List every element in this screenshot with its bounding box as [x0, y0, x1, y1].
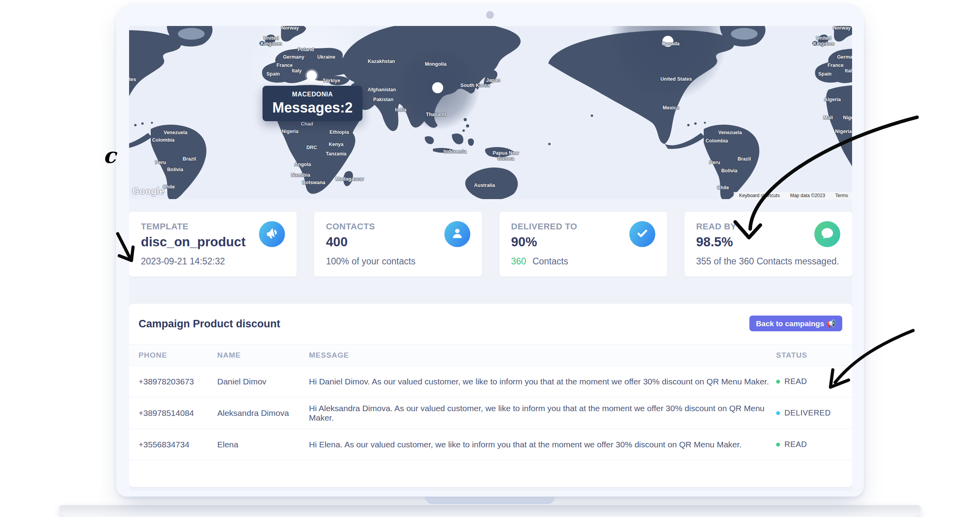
map-country-label: Peru [709, 160, 720, 166]
map-country-label: Norway [833, 26, 851, 31]
dashboard-screen: NorwayUnited KingdomPolandGermanyUkraine… [129, 26, 852, 491]
column-header-message: MESSAGE [309, 351, 776, 360]
campaign-panel: Campaign Product discount Back to campai… [129, 304, 852, 487]
cell-phone: +38978203673 [139, 377, 217, 386]
map-country-label: tes [129, 77, 136, 83]
map-country-label: Canada [662, 41, 679, 47]
cell-message: Hi Aleksandra Dimova. As our valued cust… [309, 404, 776, 423]
map-labels: NorwayUnited KingdomPolandGermanyUkraine… [129, 26, 852, 199]
status-label: DELIVERED [784, 408, 831, 417]
column-header-status: STATUS [776, 351, 852, 360]
laptop-notch [425, 497, 555, 504]
map-country-label: Niger [843, 115, 852, 121]
cell-message: Hi Daniel Dimov. As our valued customer,… [309, 377, 776, 386]
map-country-label: Colombia [706, 138, 728, 144]
map-country-label: Botswana [302, 180, 325, 186]
tooltip-messages: Messages:2 [263, 100, 362, 116]
stat-subtext: 2023-09-21 14:52:32 [141, 256, 285, 267]
check-icon [635, 226, 649, 242]
map-country-label: Bolivia [721, 168, 738, 174]
map-country-label: Kazakhstan [368, 59, 395, 65]
map-country-label: Mali [823, 115, 833, 121]
stat-cards-row: TEMPLATE disc_on_product 2023-09-21 14:5… [129, 212, 852, 277]
stat-card-delivered: DELIVERED TO 90% 360Contacts [499, 212, 667, 277]
cell-status: READ [776, 377, 852, 386]
map-country-label: Germany [283, 55, 304, 60]
map-country-label: Italy [845, 68, 852, 74]
campaign-title: Campaign Product discount [139, 318, 280, 330]
stat-card-read: READ BY 98.5% 355 of the 360 Contacts me… [684, 212, 852, 277]
column-header-phone: PHONE [139, 351, 217, 360]
map-country-label: Thailand [426, 112, 446, 118]
map-country-label: Nigeria [835, 129, 852, 135]
map-country-label: United States [660, 77, 692, 82]
terms-link[interactable]: Terms [835, 193, 848, 198]
map-country-label: Papua New Guinea [488, 151, 524, 162]
map-country-label: France [277, 63, 293, 68]
laptop-base [59, 505, 921, 517]
back-to-campaigns-button[interactable]: Back to campaings 📢 [749, 316, 842, 331]
cell-status: DELIVERED [776, 408, 852, 417]
world-map[interactable]: NorwayUnited KingdomPolandGermanyUkraine… [129, 26, 852, 199]
map-country-label: Ethiopia [329, 130, 349, 135]
map-country-label: Venezuela [718, 130, 742, 136]
map-country-label: Brazil [183, 157, 196, 162]
page: NorwayUnited KingdomPolandGermanyUkraine… [0, 0, 980, 517]
table-row: +3556834734 Elena Hi Elena. As our value… [129, 429, 852, 460]
map-country-label: Bolivia [167, 167, 183, 173]
map-country-label: Kenya [329, 142, 344, 148]
map-country-label: Venezuela [164, 130, 187, 136]
tooltip-country: MACEDONIA [263, 91, 362, 98]
map-country-label: Spain [818, 72, 832, 77]
stat-card-contacts: CONTACTS 400 100% of your contacts [314, 212, 482, 277]
map-country-label: Tanzania [326, 151, 347, 157]
column-header-name: NAME [217, 351, 309, 360]
map-country-label: Afghanistan [368, 87, 396, 93]
cell-phone: +3556834734 [139, 440, 217, 449]
cell-phone: +38978514084 [139, 408, 217, 418]
map-country-label: Nigeria [282, 129, 298, 135]
stat-card-template: TEMPLATE disc_on_product 2023-09-21 14:5… [129, 212, 297, 277]
user-icon [450, 226, 464, 242]
map-country-label: Colombia [152, 138, 175, 143]
map-country-label: Chad [301, 122, 313, 127]
chat-bubble-icon [820, 226, 834, 242]
cell-name: Aleksandra Dimova [217, 408, 309, 418]
status-dot [776, 380, 780, 384]
stat-subtext: 100% of your contacts [326, 256, 470, 267]
table-row: +38978514084 Aleksandra Dimova Hi Aleksa… [129, 397, 852, 429]
table-row: +38978203673 Daniel Dimov Hi Daniel Dimo… [129, 366, 852, 397]
megaphone-icon [265, 226, 279, 242]
map-country-label: Spain [266, 72, 280, 77]
table-body: +38978203673 Daniel Dimov Hi Daniel Dimo… [129, 366, 852, 460]
map-country-label: Angola [294, 162, 311, 168]
map-country-label: Italy [292, 68, 301, 74]
map-country-label: Japan [486, 78, 500, 83]
map-country-label: France [828, 63, 844, 68]
map-country-label: Chile [163, 185, 175, 190]
keyboard-shortcuts-link[interactable]: Keyboard shortcuts [739, 193, 780, 198]
map-country-label: Norway [281, 26, 299, 31]
map-country-label: Mexico [663, 105, 679, 111]
map-country-label: India [395, 107, 406, 113]
map-country-label: United Kingdom [259, 36, 284, 47]
status-dot [776, 443, 780, 447]
cell-name: Daniel Dimov [217, 377, 309, 386]
map-country-label: Türkiye [323, 78, 340, 84]
map-country-label: DRC [306, 145, 317, 151]
stat-subtext: 360Contacts [511, 256, 655, 267]
map-country-label: Algeria [824, 97, 841, 103]
map-data-label: Map data ©2023 [790, 193, 825, 198]
map-tooltip: MACEDONIA Messages:2 [263, 86, 362, 121]
map-country-label: Pakistan [373, 97, 393, 103]
cell-message: Hi Elena. As our valued customer, we lik… [309, 440, 776, 449]
map-country-label: United Kingdom [811, 36, 836, 47]
status-label: READ [784, 440, 807, 449]
map-country-label: Germany [837, 55, 852, 60]
cell-name: Elena [217, 440, 309, 449]
google-logo: Google [132, 186, 165, 197]
map-country-label: Chile [717, 185, 729, 191]
table-header: PHONE NAME MESSAGE STATUS [129, 344, 852, 366]
map-country-label: Poland [298, 47, 314, 53]
map-country-label: Peru [155, 160, 166, 166]
